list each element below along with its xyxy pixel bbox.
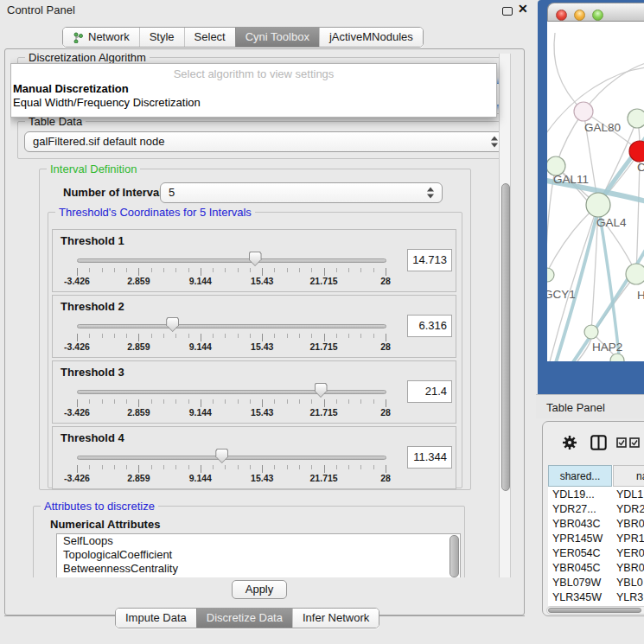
tick-label: 15.43 bbox=[251, 473, 273, 483]
num-intervals-combo[interactable]: 5 bbox=[160, 182, 443, 203]
list-scrollbar-thumb[interactable] bbox=[450, 535, 459, 577]
tick-label: -3.426 bbox=[64, 407, 90, 418]
node-red-label: C bbox=[637, 161, 644, 174]
numerical-attributes-list[interactable]: SelfLoopsTopologicalCoefficientBetweenne… bbox=[56, 533, 461, 577]
threshold-slider-track[interactable] bbox=[77, 456, 386, 460]
table-row[interactable]: YDR27... YDR2 bbox=[548, 502, 644, 517]
threshold-slider-track[interactable] bbox=[77, 390, 386, 394]
tick-label: -3.426 bbox=[64, 341, 90, 352]
table-data-combo[interactable]: galFiltered.sif default node bbox=[24, 131, 507, 152]
threshold-slider-track[interactable] bbox=[77, 258, 386, 263]
interval-definition-title: Interval Definition bbox=[47, 163, 140, 175]
main-scrollbar-track[interactable] bbox=[499, 54, 511, 577]
tick-label: 2.859 bbox=[127, 276, 150, 286]
tab-impute-data[interactable]: Impute Data bbox=[116, 609, 196, 628]
threshold-slider-thumb[interactable] bbox=[315, 383, 328, 398]
network-graph: GAL80GACGAL11GAL4GCY1HHAP2 bbox=[538, 0, 644, 394]
threshold-slider-thumb[interactable] bbox=[215, 449, 228, 463]
node-GAL80-label: GAL80 bbox=[584, 121, 621, 134]
threshold-value-field[interactable]: 11.344 bbox=[407, 446, 452, 469]
apply-button[interactable]: Apply bbox=[232, 580, 287, 599]
tab-style[interactable]: Style bbox=[139, 28, 184, 47]
float-window-icon[interactable] bbox=[502, 7, 513, 16]
threshold-value-field[interactable]: 6.316 bbox=[407, 315, 452, 337]
settings-scroll-viewport: Discretization Algorithm Select algorith… bbox=[10, 54, 512, 577]
table-row[interactable]: YBR045C YBR0 bbox=[548, 561, 644, 576]
table-row[interactable]: YDL19... YDL1 bbox=[548, 488, 644, 502]
checkbox-icon[interactable] bbox=[616, 437, 628, 448]
node-GAL4-label: GAL4 bbox=[596, 216, 627, 229]
table-row[interactable]: YER054C YER0 bbox=[548, 546, 644, 561]
threshold-panel: Threshold 1 -3.4262.8599.14415.4321.7152… bbox=[52, 229, 456, 292]
checkbox-icon[interactable] bbox=[629, 437, 641, 448]
tick-label: 15.43 bbox=[251, 407, 273, 418]
tick-label: 9.144 bbox=[189, 473, 212, 483]
table-hscrollbar-thumb[interactable] bbox=[548, 608, 641, 613]
algorithm-option-manual[interactable]: Manual Discretization bbox=[13, 82, 129, 95]
combo-stepper-icon bbox=[427, 188, 435, 199]
threshold-slider-thumb[interactable] bbox=[249, 252, 262, 266]
threshold-tick-labels: -3.4262.8599.14415.4321.71528 bbox=[77, 276, 387, 288]
node-bottom-partial[interactable] bbox=[610, 354, 624, 367]
split-columns-icon[interactable] bbox=[590, 435, 607, 450]
close-icon[interactable]: ✕ bbox=[518, 2, 528, 16]
node-GCY1[interactable] bbox=[540, 268, 554, 282]
algorithm-popup-hint: Select algorithm to view settings bbox=[11, 67, 496, 80]
tick-label: 9.144 bbox=[189, 407, 212, 418]
tab-network[interactable]: Network bbox=[63, 28, 139, 47]
tick-label: 21.715 bbox=[310, 473, 338, 483]
column-header-shared-name[interactable]: shared... bbox=[548, 465, 612, 487]
num-intervals-label: Number of Intervals bbox=[63, 186, 169, 199]
threshold-slider-ticks bbox=[77, 268, 387, 276]
threshold-panel: Threshold 2 -3.4262.8599.14415.4321.7152… bbox=[52, 295, 456, 358]
threshold-slider-thumb[interactable] bbox=[166, 317, 179, 332]
num-intervals-value: 5 bbox=[169, 186, 175, 199]
column-header-name[interactable]: na bbox=[613, 465, 644, 487]
tick-label: 28 bbox=[380, 276, 391, 286]
node-GAL11-label: GAL11 bbox=[553, 173, 589, 186]
attribute-list-item[interactable]: TopologicalCoefficient bbox=[57, 548, 460, 562]
tab-select[interactable]: Select bbox=[184, 28, 235, 47]
node-GAL80[interactable] bbox=[574, 102, 593, 121]
tick-label: 15.43 bbox=[251, 341, 273, 352]
threshold-value-field[interactable]: 14.713 bbox=[407, 249, 452, 271]
node-table: shared... na YDL19... YDL1 YDR27... YDR2… bbox=[548, 465, 644, 606]
table-panel-titlebar: Table Panel bbox=[536, 394, 644, 418]
attribute-list-item[interactable]: SelfLoops bbox=[57, 534, 460, 548]
algorithm-option-equal-width[interactable]: Equal Width/Frequency Discretization bbox=[13, 96, 201, 109]
tab-infer-network[interactable]: Infer Network bbox=[292, 609, 379, 628]
table-row[interactable]: YLR345W YLR3 bbox=[548, 590, 644, 605]
bottom-tabs: Impute Data Discretize Data Infer Networ… bbox=[115, 608, 379, 628]
control-panel-tabs: Network Style Select Cyni Toolbox jActiv… bbox=[62, 27, 424, 48]
node-HAP2[interactable] bbox=[584, 325, 598, 339]
settings-gear-icon[interactable] bbox=[562, 435, 577, 450]
threshold-slider-ticks bbox=[77, 465, 387, 473]
threshold-panel: Threshold 4 -3.4262.8599.14415.4321.7152… bbox=[52, 426, 456, 489]
tick-label: 21.715 bbox=[310, 276, 338, 286]
node-GA-partial[interactable] bbox=[628, 109, 644, 128]
tab-jactivemnodules[interactable]: jActiveMNodules bbox=[319, 28, 423, 47]
tick-label: 2.859 bbox=[127, 407, 150, 418]
threshold-slider-track[interactable] bbox=[77, 324, 386, 328]
node-H-partial[interactable] bbox=[626, 264, 644, 284]
node-GAL4[interactable] bbox=[586, 193, 610, 217]
table-row[interactable]: YBR043C YBR0 bbox=[548, 517, 644, 532]
tick-label: 28 bbox=[380, 407, 391, 418]
table-row[interactable]: YPR145W YPR1 bbox=[548, 532, 644, 546]
tab-cyni-toolbox[interactable]: Cyni Toolbox bbox=[235, 28, 319, 47]
threshold-label: Threshold 1 bbox=[61, 234, 124, 247]
threshold-label: Threshold 3 bbox=[61, 366, 124, 379]
attribute-list-item[interactable]: BetweennessCentrality bbox=[57, 562, 460, 576]
threshold-label: Threshold 4 bbox=[61, 431, 124, 444]
table-hscrollbar-track[interactable] bbox=[546, 606, 644, 615]
tick-label: 28 bbox=[380, 473, 391, 483]
threshold-tick-labels: -3.4262.8599.14415.4321.71528 bbox=[77, 407, 387, 419]
threshold-value-field[interactable]: 21.4 bbox=[407, 380, 452, 403]
node-GCY1-label: GCY1 bbox=[544, 288, 576, 301]
main-scrollbar-thumb[interactable] bbox=[501, 183, 510, 491]
table-row[interactable]: YBL079W YBL0 bbox=[548, 576, 644, 590]
network-tree-icon bbox=[73, 32, 84, 43]
threshold-slider-ticks bbox=[77, 399, 387, 407]
tick-label: 15.43 bbox=[251, 276, 273, 286]
tab-discretize-data[interactable]: Discretize Data bbox=[196, 609, 292, 628]
